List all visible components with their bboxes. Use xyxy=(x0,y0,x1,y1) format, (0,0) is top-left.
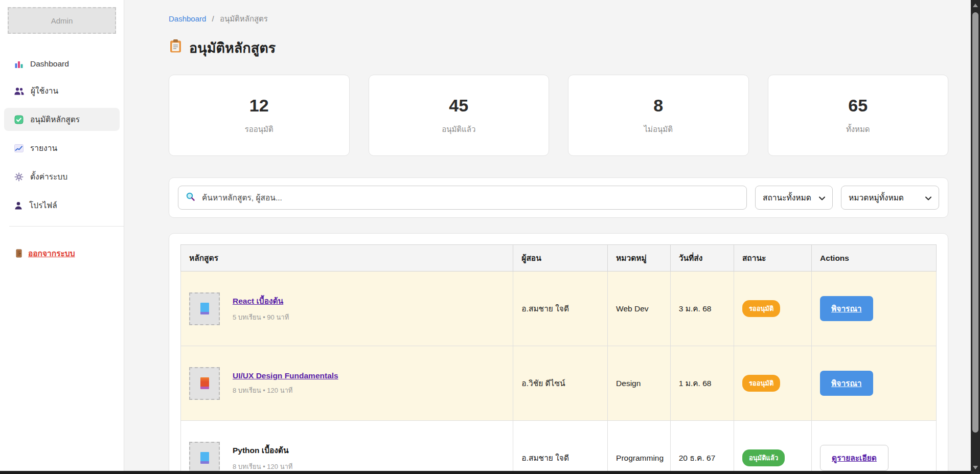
status-badge: รออนุมัติ xyxy=(742,375,781,392)
date-cell: 1 ม.ค. 68 xyxy=(670,346,734,421)
sidebar-item-label: รายงาน xyxy=(30,142,57,154)
logout-link[interactable]: ออกจากระบบ xyxy=(4,242,120,265)
chevron-down-icon xyxy=(925,193,931,202)
col-header-category: หมวดหมู่ xyxy=(608,245,671,272)
course-title-link[interactable]: UI/UX Design Fundamentals xyxy=(233,371,338,380)
scrollbar-thumb[interactable] xyxy=(972,12,978,433)
category-filter-value: หมวดหมู่ทั้งหมด xyxy=(849,191,904,204)
view-details-button[interactable]: ดูรายละเอียด xyxy=(820,445,888,471)
breadcrumb-dashboard-link[interactable]: Dashboard xyxy=(169,14,206,23)
status-badge: อนุมัติแล้ว xyxy=(742,449,785,466)
filter-bar: สถานะทั้งหมด หมวดหมู่ทั้งหมด xyxy=(169,177,948,218)
main-content: Dashboard / อนุมัติหลักสูตร xyxy=(124,0,971,474)
scrollbar-up-arrow-icon[interactable] xyxy=(973,4,978,7)
admin-logo-label: Admin xyxy=(51,16,73,25)
stats-row: 12 รออนุมัติ 45 อนุมัติแล้ว 8 ไม่อนุมัติ… xyxy=(169,75,948,156)
page-title-text: อนุมัติหลักสูตร xyxy=(189,37,276,59)
review-button[interactable]: พิจารณา xyxy=(820,371,873,396)
sidebar: Admin Dashboard xyxy=(0,0,124,474)
breadcrumb-current: อนุมัติหลักสูตร xyxy=(220,14,268,23)
category-cell: Web Dev xyxy=(608,272,671,346)
gear-icon xyxy=(14,172,24,182)
check-square-icon xyxy=(14,115,24,124)
date-cell: 20 ธ.ค. 67 xyxy=(670,421,734,474)
vertical-scrollbar[interactable] xyxy=(971,0,980,474)
category-cell: Design xyxy=(608,346,671,421)
page-title: อนุมัติหลักสูตร xyxy=(169,37,948,59)
broken-image-icon xyxy=(200,377,209,389)
col-header-instructor: ผู้สอน xyxy=(513,245,608,272)
stat-card-approved: 45 อนุมัติแล้ว xyxy=(369,75,550,156)
sidebar-nav: Dashboard ผู้ใช้งาน xyxy=(0,54,124,217)
stat-value: 12 xyxy=(249,96,269,116)
sidebar-item-label: อนุมัติหลักสูตร xyxy=(30,113,80,126)
chevron-down-icon xyxy=(819,193,825,202)
date-cell: 3 ม.ค. 68 xyxy=(670,272,734,346)
category-filter-select[interactable]: หมวดหมู่ทั้งหมด xyxy=(841,186,939,210)
stat-card-pending: 12 รออนุมัติ xyxy=(169,75,350,156)
status-badge: รออนุมัติ xyxy=(742,300,781,317)
sidebar-item-dashboard[interactable]: Dashboard xyxy=(4,54,120,74)
col-header-date: วันที่ส่ง xyxy=(670,245,734,272)
course-title: Python เบื้องต้น xyxy=(233,444,292,457)
logout-label: ออกจากระบบ xyxy=(28,247,75,260)
broken-image-icon xyxy=(200,303,209,314)
person-icon xyxy=(14,201,22,210)
category-cell: Programming xyxy=(608,421,671,474)
sidebar-item-course-approval[interactable]: อนุมัติหลักสูตร xyxy=(4,108,120,131)
sidebar-item-reports[interactable]: รายงาน xyxy=(4,137,120,160)
stat-label: อนุมัติแล้ว xyxy=(442,123,475,136)
clipboard-icon xyxy=(169,39,183,57)
broken-image-icon xyxy=(200,452,209,464)
stat-label: ทั้งหมด xyxy=(846,123,870,136)
course-meta: 5 บทเรียน • 90 นาที xyxy=(233,312,289,323)
scrollbar-down-arrow-icon[interactable] xyxy=(973,466,978,469)
stat-label: รออนุมัติ xyxy=(245,123,274,136)
instructor-cell: อ.วิชัย ดีไซน์ xyxy=(513,346,608,421)
stat-value: 45 xyxy=(449,96,468,116)
course-thumbnail-placeholder xyxy=(189,367,220,400)
sidebar-item-users[interactable]: ผู้ใช้งาน xyxy=(4,79,120,102)
sidebar-item-label: Dashboard xyxy=(30,59,69,69)
admin-logo: Admin xyxy=(8,7,116,34)
course-thumbnail-placeholder xyxy=(189,292,220,325)
sidebar-item-label: ผู้ใช้งาน xyxy=(31,84,58,97)
bar-chart-icon xyxy=(14,60,24,69)
courses-table-card: หลักสูตร ผู้สอน หมวดหมู่ วันที่ส่ง สถานะ… xyxy=(169,233,948,474)
sidebar-item-label: โปรไฟล์ xyxy=(29,199,57,212)
status-filter-select[interactable]: สถานะทั้งหมด xyxy=(755,186,833,210)
breadcrumb: Dashboard / อนุมัติหลักสูตร xyxy=(169,13,948,25)
breadcrumb-separator: / xyxy=(212,14,214,23)
table-row: UI/UX Design Fundamentals 8 บทเรียน • 12… xyxy=(181,346,937,421)
course-meta: 8 บทเรียน • 120 นาที xyxy=(233,385,338,396)
course-thumbnail-placeholder xyxy=(189,442,220,474)
search-input[interactable] xyxy=(201,193,739,203)
courses-table: หลักสูตร ผู้สอน หมวดหมู่ วันที่ส่ง สถานะ… xyxy=(180,244,937,474)
stat-card-rejected: 8 ไม่อนุมัติ xyxy=(568,75,749,156)
door-icon xyxy=(15,249,22,258)
stat-value: 65 xyxy=(848,96,868,116)
course-title-link[interactable]: React เบื้องต้น xyxy=(233,295,289,307)
users-icon xyxy=(14,87,24,95)
sidebar-item-settings[interactable]: ตั้งค่าระบบ xyxy=(4,165,120,188)
sidebar-divider xyxy=(9,226,124,227)
review-button[interactable]: พิจารณา xyxy=(820,296,873,321)
search-icon xyxy=(186,192,195,204)
table-row: Python เบื้องต้น 8 บทเรียน • 120 นาที อ.… xyxy=(181,421,937,474)
line-chart-icon xyxy=(14,144,24,152)
sidebar-item-profile[interactable]: โปรไฟล์ xyxy=(4,194,120,217)
stat-label: ไม่อนุมัติ xyxy=(644,123,673,136)
horizontal-scrollbar[interactable] xyxy=(0,471,971,474)
col-header-status: สถานะ xyxy=(734,245,811,272)
search-box xyxy=(178,186,747,210)
instructor-cell: อ.สมชาย ใจดี xyxy=(513,421,608,474)
app-window: Admin Dashboard xyxy=(0,0,980,474)
instructor-cell: อ.สมชาย ใจดี xyxy=(513,272,608,346)
col-header-actions: Actions xyxy=(812,245,937,272)
stat-value: 8 xyxy=(653,96,663,116)
status-filter-value: สถานะทั้งหมด xyxy=(763,191,811,204)
stat-card-total: 65 ทั้งหมด xyxy=(768,75,949,156)
table-header-row: หลักสูตร ผู้สอน หมวดหมู่ วันที่ส่ง สถานะ… xyxy=(181,245,937,272)
course-meta: 8 บทเรียน • 120 นาที xyxy=(233,461,292,472)
sidebar-item-label: ตั้งค่าระบบ xyxy=(30,170,67,183)
